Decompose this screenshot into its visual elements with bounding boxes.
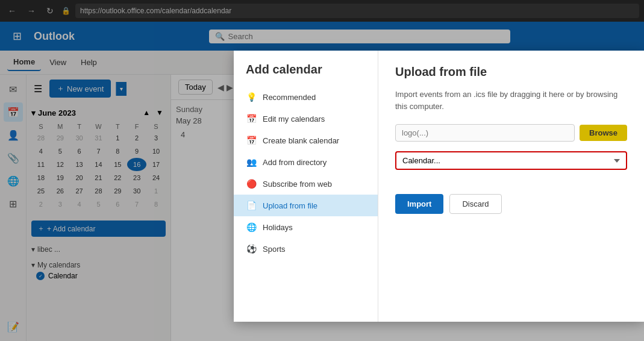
menu-label-6: Holidays: [263, 223, 293, 232]
modal-title: Add calendar: [234, 63, 378, 86]
modal-right-title: Upload from file: [395, 65, 627, 79]
add-calendar-modal: Add calendar 💡Recommended📅Edit my calend…: [234, 51, 644, 322]
menu-icon-2: 📅: [246, 136, 257, 145]
action-row: Import Discard: [395, 194, 627, 214]
menu-label-5: Upload from file: [263, 201, 317, 210]
modal-menu-add-from-directory[interactable]: 👥Add from directory: [234, 151, 378, 173]
modal-menu-sports[interactable]: ⚽Sports: [234, 238, 378, 260]
modal-menu-subscribe-from-web[interactable]: 🔴Subscribe from web: [234, 173, 378, 195]
file-input-row: Browse: [395, 124, 627, 142]
menu-icon-0: 💡: [246, 92, 257, 102]
menu-icon-5: 📄: [246, 201, 257, 210]
modal-description: Import events from an .ics file by dragg…: [395, 89, 627, 112]
discard-button[interactable]: Discard: [449, 194, 501, 214]
modal-menu-upload-from-file[interactable]: 📄Upload from file: [234, 195, 378, 216]
menu-label-4: Subscribe from web: [263, 180, 332, 189]
menu-icon-1: 📅: [246, 114, 257, 124]
menu-label-0: Recommended: [263, 93, 316, 102]
menu-label-3: Add from directory: [263, 158, 327, 167]
menu-label-7: Sports: [263, 245, 286, 254]
import-button[interactable]: Import: [395, 194, 443, 214]
menu-label-1: Edit my calendars: [263, 114, 325, 124]
modal-right-panel: Upload from file Import events from an .…: [378, 51, 644, 322]
modal-menu-holidays[interactable]: 🌐Holidays: [234, 216, 378, 238]
browse-button[interactable]: Browse: [580, 125, 627, 141]
menu-icon-6: 🌐: [246, 222, 257, 232]
menu-icon-7: ⚽: [246, 244, 257, 254]
file-input-field[interactable]: [395, 124, 575, 142]
modal-menu-recommended[interactable]: 💡Recommended: [234, 86, 378, 108]
menu-icon-3: 👥: [246, 157, 257, 167]
modal-left-panel: Add calendar 💡Recommended📅Edit my calend…: [234, 51, 378, 322]
menu-icon-4: 🔴: [246, 179, 257, 189]
calendar-dropdown[interactable]: Calendar...: [395, 151, 627, 170]
menu-label-2: Create blank calendar: [263, 136, 339, 145]
modal-menu-edit-my-calendars[interactable]: 📅Edit my calendars: [234, 108, 378, 130]
modal-menu-create-blank-calendar[interactable]: 📅Create blank calendar: [234, 130, 378, 151]
